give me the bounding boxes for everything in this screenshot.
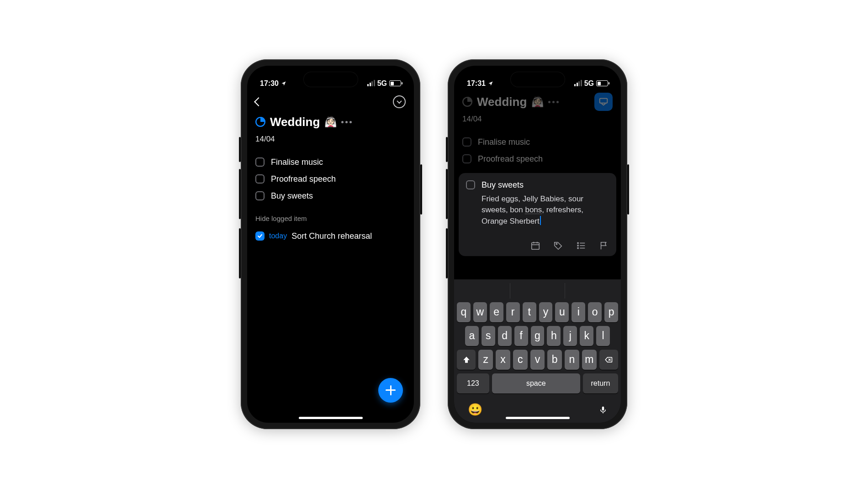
dynamic-island: [303, 72, 358, 87]
key-j[interactable]: j: [563, 326, 577, 346]
key-d[interactable]: d: [498, 326, 512, 346]
keyboard-row-4: 123 space return: [457, 373, 618, 394]
task-row[interactable]: Proofread speech: [255, 174, 406, 184]
flag-icon[interactable]: [599, 241, 609, 251]
key-p[interactable]: p: [604, 302, 618, 322]
battery-icon: [389, 80, 401, 86]
task-row[interactable]: Proofread speech: [462, 154, 613, 164]
key-g[interactable]: g: [531, 326, 545, 346]
checkbox-icon[interactable]: [255, 191, 265, 200]
svg-rect-5: [532, 243, 540, 250]
key-x[interactable]: x: [496, 350, 510, 370]
key-v[interactable]: v: [530, 350, 545, 370]
phone-left: 17:30 5G Wedding 👰🏻 14/04: [241, 59, 420, 429]
key-r[interactable]: r: [506, 302, 520, 322]
emoji-key[interactable]: 😀: [468, 403, 482, 417]
location-icon: [488, 81, 493, 86]
key-n[interactable]: n: [565, 350, 579, 370]
text-cursor: [540, 216, 541, 225]
task-row[interactable]: Buy sweets: [255, 191, 406, 201]
svg-point-15: [577, 248, 578, 249]
more-button[interactable]: [341, 121, 352, 123]
task-title: Proofread speech: [478, 154, 543, 164]
key-l[interactable]: l: [596, 326, 610, 346]
return-key[interactable]: return: [583, 373, 618, 394]
project-date: 14/04: [255, 135, 406, 144]
checkbox-icon[interactable]: [462, 154, 471, 163]
shift-key[interactable]: [457, 350, 476, 370]
key-o[interactable]: o: [588, 302, 602, 322]
page-title: Wedding: [270, 115, 320, 129]
key-a[interactable]: a: [465, 326, 479, 346]
tag-icon[interactable]: [553, 241, 563, 251]
key-b[interactable]: b: [547, 350, 562, 370]
bride-emoji-icon: 👰🏻: [531, 96, 544, 108]
status-time: 17:31: [467, 79, 486, 88]
key-k[interactable]: k: [580, 326, 593, 346]
key-m[interactable]: m: [582, 350, 597, 370]
dictation-key[interactable]: [599, 404, 607, 416]
delete-key[interactable]: [599, 350, 618, 370]
key-u[interactable]: u: [555, 302, 569, 322]
checkbox-icon[interactable]: [466, 180, 475, 189]
key-c[interactable]: c: [513, 350, 528, 370]
screen: 17:31 5G Wedding 👰🏻 14/04: [454, 66, 621, 423]
signal-icon: [367, 81, 375, 86]
key-e[interactable]: e: [490, 302, 503, 322]
task-title: Finalise music: [271, 157, 323, 167]
dynamic-island: [510, 72, 565, 87]
key-f[interactable]: f: [514, 326, 528, 346]
expand-button[interactable]: [393, 95, 406, 108]
task-row[interactable]: Finalise music: [255, 157, 406, 167]
project-header: Wedding 👰🏻 14/04: [247, 113, 414, 144]
task-title: Proofread speech: [271, 174, 336, 184]
svg-rect-18: [602, 406, 604, 410]
add-task-button[interactable]: [378, 378, 403, 403]
numbers-key[interactable]: 123: [457, 373, 489, 394]
key-w[interactable]: w: [473, 302, 487, 322]
hide-logged-toggle[interactable]: Hide logged item: [247, 201, 414, 222]
more-button[interactable]: [548, 101, 559, 103]
task-row[interactable]: Finalise music: [462, 137, 613, 147]
task-title: Buy sweets: [271, 191, 313, 201]
back-button[interactable]: [254, 97, 263, 106]
task-title: Finalise music: [478, 137, 530, 147]
project-header: Wedding 👰🏻 14/04: [454, 93, 621, 124]
key-y[interactable]: y: [539, 302, 553, 322]
bride-emoji-icon: 👰🏻: [324, 116, 337, 128]
calendar-icon[interactable]: [530, 241, 540, 251]
key-t[interactable]: t: [523, 302, 536, 322]
project-date: 14/04: [462, 115, 613, 124]
progress-ring-icon: [255, 117, 265, 127]
checkbox-checked-icon[interactable]: [255, 231, 265, 241]
status-network: 5G: [377, 79, 387, 88]
task-edit-card[interactable]: Buy sweets Fried eggs, Jelly Babies, sou…: [459, 173, 616, 257]
page-title: Wedding: [477, 95, 527, 109]
nav-bar: [247, 90, 414, 113]
key-i[interactable]: i: [572, 302, 585, 322]
battery-icon: [596, 80, 608, 86]
task-list: Finalise music Proofread speech: [454, 124, 621, 164]
svg-point-14: [577, 245, 578, 246]
key-h[interactable]: h: [547, 326, 561, 346]
keyboard: qwertyuiop asdfghjkl zxcvbnm 123 space r…: [454, 279, 621, 423]
key-z[interactable]: z: [478, 350, 493, 370]
home-indicator[interactable]: [299, 417, 363, 419]
logged-task-title: Sort Church rehearsal: [291, 231, 372, 241]
checkbox-icon[interactable]: [255, 157, 265, 167]
signal-icon: [574, 81, 582, 86]
key-q[interactable]: q: [457, 302, 471, 322]
home-indicator[interactable]: [506, 417, 570, 419]
location-icon: [281, 81, 286, 86]
key-s[interactable]: s: [482, 326, 495, 346]
checklist-icon[interactable]: [576, 241, 586, 251]
predictive-bar[interactable]: [456, 283, 619, 299]
logged-task-row[interactable]: today Sort Church rehearsal: [247, 222, 414, 250]
task-list: Finalise music Proofread speech Buy swee…: [247, 144, 414, 201]
edit-task-title[interactable]: Buy sweets: [482, 180, 609, 190]
status-network: 5G: [584, 79, 594, 88]
space-key[interactable]: space: [492, 373, 580, 394]
checkbox-icon[interactable]: [462, 137, 471, 147]
checkbox-icon[interactable]: [255, 174, 265, 184]
edit-task-notes[interactable]: Fried eggs, Jelly Babies, sour sweets, b…: [482, 194, 609, 227]
